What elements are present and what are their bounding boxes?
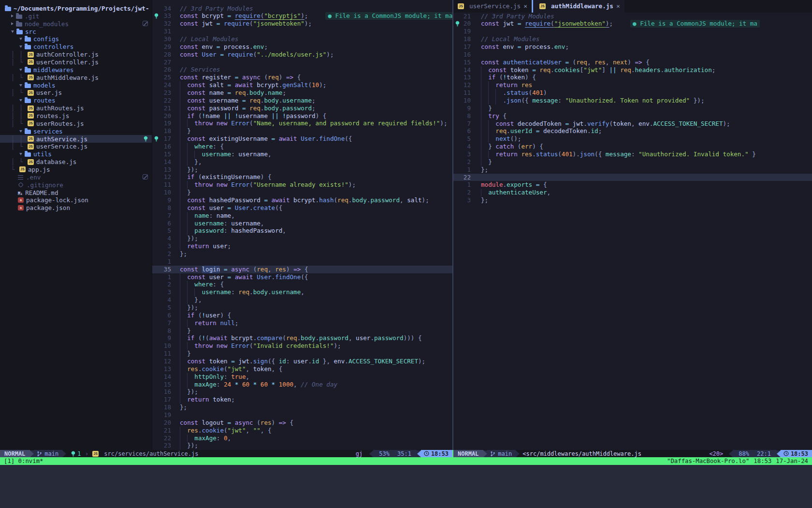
code-line[interactable]: 4}, bbox=[152, 296, 452, 304]
code-line[interactable]: 15const authenticateUser = (req, res, ne… bbox=[453, 59, 812, 66]
chevron-down-icon[interactable] bbox=[19, 38, 22, 40]
close-icon[interactable] bbox=[616, 2, 620, 10]
code-line[interactable]: 35const login = async (req, res) => { bbox=[152, 266, 452, 273]
chevron-down-icon[interactable] bbox=[11, 30, 14, 33]
tree-item-src[interactable]: src bbox=[0, 28, 152, 35]
code-line[interactable]: 13res.cookie("jwt", token, { bbox=[152, 365, 452, 373]
code-line[interactable]: 10.json({ message: "Unauthorized. Token … bbox=[453, 97, 812, 105]
code-line[interactable]: 1}; bbox=[453, 166, 812, 174]
code-line[interactable]: 8try { bbox=[453, 112, 812, 120]
code-line[interactable]: 8const user = User.create({ bbox=[152, 204, 452, 212]
code-line[interactable]: 19 bbox=[152, 411, 452, 419]
code-line[interactable]: 11} bbox=[152, 350, 452, 358]
tree-item-user-js[interactable]: │└user.js bbox=[0, 89, 152, 97]
code-line[interactable]: 12return res bbox=[453, 81, 812, 89]
tree-item-models[interactable]: models bbox=[0, 81, 152, 89]
code-line[interactable]: 17const env = process.env; bbox=[453, 43, 812, 51]
code-line[interactable]: 9if (!(await bcrypt.compare(req.body.pas… bbox=[152, 334, 452, 342]
code-line[interactable]: 9const hashedPassword = await bcrypt.has… bbox=[152, 196, 452, 204]
code-line[interactable]: 11throw new Error("Username already exis… bbox=[152, 181, 452, 189]
chevron-right-icon[interactable] bbox=[11, 15, 14, 17]
tree-item-userroutes-js[interactable]: │└userRoutes.js bbox=[0, 120, 152, 127]
right-editor-pane[interactable]: userService.js authMiddleware.js 21// 3r… bbox=[453, 0, 812, 450]
code-line[interactable]: 8} bbox=[152, 327, 452, 335]
code-line[interactable]: 3return user; bbox=[152, 242, 452, 250]
tree-item-controllers[interactable]: controllers bbox=[0, 43, 152, 51]
tree-root[interactable]: ~/Documents/Programming/Projects/jwt- bbox=[0, 5, 152, 13]
code-line[interactable]: 1const user = await User.findOne({ bbox=[152, 273, 452, 281]
tree-item-services[interactable]: services bbox=[0, 127, 152, 135]
code-line[interactable]: 6username: username, bbox=[152, 220, 452, 227]
tree-item-package-lock-json[interactable]: package-lock.json bbox=[0, 196, 152, 204]
code-line[interactable]: 19 bbox=[453, 28, 812, 35]
code-line[interactable]: 15username: username, bbox=[152, 150, 452, 158]
chevron-down-icon[interactable] bbox=[19, 130, 22, 133]
tree-item-middlewares[interactable]: middlewares bbox=[0, 66, 152, 74]
code-line[interactable]: 26// Services bbox=[152, 66, 452, 74]
code-line[interactable]: 27 bbox=[152, 59, 452, 66]
code-line[interactable]: 1 bbox=[152, 258, 452, 266]
tab-authmiddleware[interactable]: authMiddleware.js bbox=[532, 0, 624, 13]
chevron-down-icon[interactable] bbox=[19, 84, 22, 87]
code-line[interactable]: 31 bbox=[152, 28, 452, 35]
code-line[interactable]: 4}); bbox=[152, 235, 452, 242]
code-line[interactable]: 4} catch (err) { bbox=[453, 143, 812, 150]
code-line[interactable]: 1module.exports = { bbox=[453, 181, 812, 189]
tree-item-app-js[interactable]: └app.js bbox=[0, 166, 152, 174]
code-line[interactable]: 3return res.status(401).json({ message: … bbox=[453, 150, 812, 158]
close-icon[interactable] bbox=[523, 2, 527, 10]
code-line[interactable]: 15maxAge: 24 * 60 * 60 * 1000, // One da… bbox=[152, 381, 452, 388]
code-line[interactable]: 9} bbox=[453, 105, 812, 112]
code-line[interactable]: 5next(); bbox=[453, 135, 812, 143]
code-line[interactable]: 6if (!user) { bbox=[152, 312, 452, 319]
code-line[interactable]: 12const token = jwt.sign({ id: user.id }… bbox=[152, 358, 452, 365]
code-line[interactable]: 14httpOnly: true, bbox=[152, 373, 452, 381]
tree-item-database-js[interactable]: │└database.js bbox=[0, 158, 152, 166]
code-line[interactable]: 21// 3rd Party Modules bbox=[453, 13, 812, 20]
code-line[interactable]: 20const jwt = require("jsonwebtoken");● … bbox=[453, 20, 812, 28]
code-line[interactable]: 19throw new Error("Name, username, and p… bbox=[152, 120, 452, 127]
code-line[interactable]: 17const existingUsername = await User.fi… bbox=[152, 135, 452, 143]
code-line[interactable]: 14}, bbox=[152, 158, 452, 166]
tree-item-routes[interactable]: routes bbox=[0, 97, 152, 105]
code-line[interactable]: 10throw new Error("Invalid credentials!"… bbox=[152, 342, 452, 350]
code-line[interactable]: 22const username = req.body.username; bbox=[152, 97, 452, 105]
chevron-down-icon[interactable] bbox=[19, 69, 22, 71]
code-line[interactable]: 22maxAge: 0, bbox=[152, 434, 452, 442]
code-line[interactable]: 11.status(401) bbox=[453, 89, 812, 97]
code-line[interactable]: 20const logout = async (res) => { bbox=[152, 419, 452, 427]
code-line[interactable]: 5}); bbox=[152, 304, 452, 312]
code-line[interactable]: 7const decodedToken = jwt.verify(token, … bbox=[453, 120, 812, 128]
code-line[interactable]: 16where: { bbox=[152, 143, 452, 150]
tmux-window[interactable]: [1] 0:nvim* bbox=[4, 458, 43, 464]
code-line[interactable]: 29const env = process.env; bbox=[152, 43, 452, 51]
code-line[interactable]: 25const register = async (req) => { bbox=[152, 74, 452, 81]
code-line[interactable]: 2where: { bbox=[152, 281, 452, 288]
tree-item-authroutes-js[interactable]: ││authRoutes.js bbox=[0, 105, 152, 112]
tree-item-userservice-js[interactable]: │└userService.js bbox=[0, 143, 152, 150]
code-line[interactable]: 18}; bbox=[152, 403, 452, 411]
tree-item-configs[interactable]: configs bbox=[0, 35, 152, 43]
code-line[interactable]: 7name: name, bbox=[152, 212, 452, 220]
code-line[interactable]: 3}; bbox=[453, 196, 812, 204]
code-line[interactable]: 28const User = require("../models/user.j… bbox=[152, 51, 452, 59]
code-line[interactable]: 13if (!token) { bbox=[453, 74, 812, 81]
chevron-down-icon[interactable] bbox=[19, 153, 22, 155]
code-line[interactable]: 12if (existingUsername) { bbox=[152, 173, 452, 181]
code-line[interactable]: 16}); bbox=[152, 388, 452, 396]
tree-item-authmiddleware-js[interactable]: │└authMiddleware.js bbox=[0, 74, 152, 81]
tab-userservice[interactable]: userService.js bbox=[453, 0, 532, 13]
tree-item--git[interactable]: .git bbox=[0, 12, 152, 20]
tree-item-authservice-js[interactable]: ││authService.js bbox=[0, 135, 152, 143]
code-line[interactable]: 23}); bbox=[152, 442, 452, 449]
tree-item-routes-js[interactable]: ││routes.js bbox=[0, 112, 152, 120]
code-line[interactable]: 34// 3rd Party Modules bbox=[152, 5, 452, 13]
tree-item-node-modules[interactable]: node_modules bbox=[0, 20, 152, 28]
code-line[interactable]: 20if (!name || !username || !password) { bbox=[152, 112, 452, 120]
code-line[interactable]: 2} bbox=[453, 158, 812, 166]
code-line[interactable]: 16 bbox=[453, 51, 812, 59]
tree-item-readme-md[interactable]: README.md bbox=[0, 189, 152, 196]
code-line[interactable]: 21res.cookie("jwt", "", { bbox=[152, 427, 452, 434]
code-line[interactable]: 13}); bbox=[152, 166, 452, 174]
code-line[interactable]: 32const jwt = require("jsonwebtoken"); bbox=[152, 20, 452, 28]
